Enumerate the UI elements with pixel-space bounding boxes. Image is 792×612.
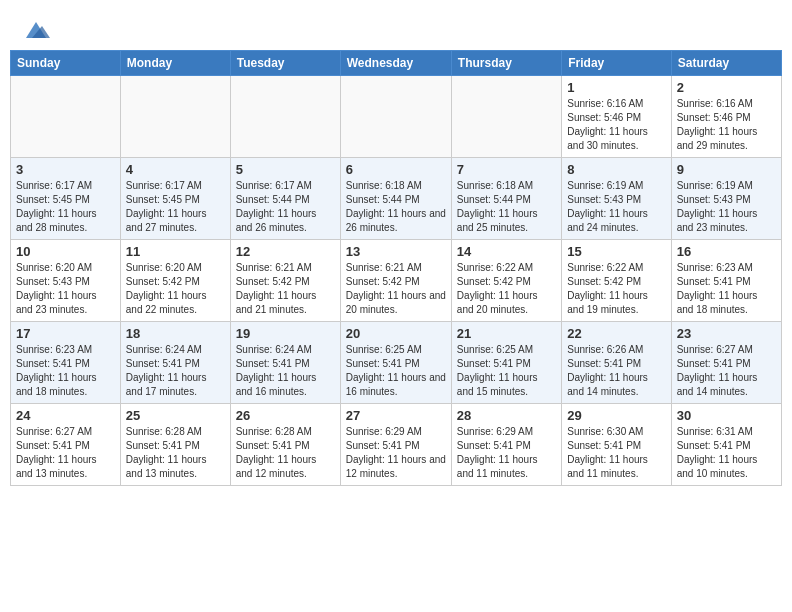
calendar-day-cell: 19Sunrise: 6:24 AMSunset: 5:41 PMDayligh… [230,322,340,404]
calendar: SundayMondayTuesdayWednesdayThursdayFrid… [10,50,782,486]
calendar-header-saturday: Saturday [671,51,781,76]
calendar-week-row: 24Sunrise: 6:27 AMSunset: 5:41 PMDayligh… [11,404,782,486]
calendar-day-cell [120,76,230,158]
day-number: 21 [457,326,556,341]
calendar-day-cell: 1Sunrise: 6:16 AMSunset: 5:46 PMDaylight… [562,76,671,158]
day-info: Sunrise: 6:16 AMSunset: 5:46 PMDaylight:… [567,97,665,153]
day-info: Sunrise: 6:24 AMSunset: 5:41 PMDaylight:… [236,343,335,399]
calendar-week-row: 1Sunrise: 6:16 AMSunset: 5:46 PMDaylight… [11,76,782,158]
day-number: 16 [677,244,776,259]
day-info: Sunrise: 6:26 AMSunset: 5:41 PMDaylight:… [567,343,665,399]
calendar-day-cell [11,76,121,158]
day-number: 26 [236,408,335,423]
day-info: Sunrise: 6:25 AMSunset: 5:41 PMDaylight:… [457,343,556,399]
calendar-day-cell: 8Sunrise: 6:19 AMSunset: 5:43 PMDaylight… [562,158,671,240]
calendar-day-cell: 9Sunrise: 6:19 AMSunset: 5:43 PMDaylight… [671,158,781,240]
calendar-day-cell: 11Sunrise: 6:20 AMSunset: 5:42 PMDayligh… [120,240,230,322]
calendar-day-cell: 6Sunrise: 6:18 AMSunset: 5:44 PMDaylight… [340,158,451,240]
day-number: 12 [236,244,335,259]
calendar-day-cell [340,76,451,158]
calendar-day-cell: 29Sunrise: 6:30 AMSunset: 5:41 PMDayligh… [562,404,671,486]
day-info: Sunrise: 6:25 AMSunset: 5:41 PMDaylight:… [346,343,446,399]
calendar-day-cell: 7Sunrise: 6:18 AMSunset: 5:44 PMDaylight… [451,158,561,240]
calendar-day-cell: 25Sunrise: 6:28 AMSunset: 5:41 PMDayligh… [120,404,230,486]
day-info: Sunrise: 6:20 AMSunset: 5:43 PMDaylight:… [16,261,115,317]
day-info: Sunrise: 6:16 AMSunset: 5:46 PMDaylight:… [677,97,776,153]
calendar-day-cell: 18Sunrise: 6:24 AMSunset: 5:41 PMDayligh… [120,322,230,404]
calendar-day-cell: 22Sunrise: 6:26 AMSunset: 5:41 PMDayligh… [562,322,671,404]
calendar-day-cell: 20Sunrise: 6:25 AMSunset: 5:41 PMDayligh… [340,322,451,404]
calendar-day-cell: 26Sunrise: 6:28 AMSunset: 5:41 PMDayligh… [230,404,340,486]
calendar-header-row: SundayMondayTuesdayWednesdayThursdayFrid… [11,51,782,76]
logo [20,16,50,44]
day-number: 27 [346,408,446,423]
day-number: 7 [457,162,556,177]
calendar-header-monday: Monday [120,51,230,76]
day-number: 14 [457,244,556,259]
day-number: 1 [567,80,665,95]
calendar-day-cell: 5Sunrise: 6:17 AMSunset: 5:44 PMDaylight… [230,158,340,240]
day-info: Sunrise: 6:17 AMSunset: 5:45 PMDaylight:… [16,179,115,235]
day-info: Sunrise: 6:19 AMSunset: 5:43 PMDaylight:… [567,179,665,235]
calendar-day-cell: 30Sunrise: 6:31 AMSunset: 5:41 PMDayligh… [671,404,781,486]
day-info: Sunrise: 6:21 AMSunset: 5:42 PMDaylight:… [236,261,335,317]
day-info: Sunrise: 6:22 AMSunset: 5:42 PMDaylight:… [457,261,556,317]
day-info: Sunrise: 6:28 AMSunset: 5:41 PMDaylight:… [126,425,225,481]
day-number: 8 [567,162,665,177]
calendar-header-thursday: Thursday [451,51,561,76]
day-number: 13 [346,244,446,259]
day-number: 2 [677,80,776,95]
day-number: 3 [16,162,115,177]
calendar-day-cell: 21Sunrise: 6:25 AMSunset: 5:41 PMDayligh… [451,322,561,404]
day-number: 10 [16,244,115,259]
calendar-week-row: 17Sunrise: 6:23 AMSunset: 5:41 PMDayligh… [11,322,782,404]
calendar-day-cell: 13Sunrise: 6:21 AMSunset: 5:42 PMDayligh… [340,240,451,322]
day-number: 6 [346,162,446,177]
day-number: 24 [16,408,115,423]
calendar-day-cell [451,76,561,158]
calendar-week-row: 10Sunrise: 6:20 AMSunset: 5:43 PMDayligh… [11,240,782,322]
day-number: 29 [567,408,665,423]
day-info: Sunrise: 6:23 AMSunset: 5:41 PMDaylight:… [16,343,115,399]
day-info: Sunrise: 6:19 AMSunset: 5:43 PMDaylight:… [677,179,776,235]
calendar-day-cell: 17Sunrise: 6:23 AMSunset: 5:41 PMDayligh… [11,322,121,404]
day-info: Sunrise: 6:29 AMSunset: 5:41 PMDaylight:… [457,425,556,481]
day-info: Sunrise: 6:23 AMSunset: 5:41 PMDaylight:… [677,261,776,317]
calendar-day-cell: 15Sunrise: 6:22 AMSunset: 5:42 PMDayligh… [562,240,671,322]
calendar-day-cell: 24Sunrise: 6:27 AMSunset: 5:41 PMDayligh… [11,404,121,486]
calendar-day-cell: 16Sunrise: 6:23 AMSunset: 5:41 PMDayligh… [671,240,781,322]
day-info: Sunrise: 6:21 AMSunset: 5:42 PMDaylight:… [346,261,446,317]
day-info: Sunrise: 6:24 AMSunset: 5:41 PMDaylight:… [126,343,225,399]
calendar-day-cell: 23Sunrise: 6:27 AMSunset: 5:41 PMDayligh… [671,322,781,404]
day-number: 15 [567,244,665,259]
calendar-week-row: 3Sunrise: 6:17 AMSunset: 5:45 PMDaylight… [11,158,782,240]
day-info: Sunrise: 6:17 AMSunset: 5:45 PMDaylight:… [126,179,225,235]
calendar-header-friday: Friday [562,51,671,76]
day-number: 30 [677,408,776,423]
calendar-header-sunday: Sunday [11,51,121,76]
calendar-day-cell: 3Sunrise: 6:17 AMSunset: 5:45 PMDaylight… [11,158,121,240]
day-number: 18 [126,326,225,341]
day-info: Sunrise: 6:18 AMSunset: 5:44 PMDaylight:… [346,179,446,235]
calendar-day-cell: 2Sunrise: 6:16 AMSunset: 5:46 PMDaylight… [671,76,781,158]
day-number: 20 [346,326,446,341]
day-info: Sunrise: 6:27 AMSunset: 5:41 PMDaylight:… [677,343,776,399]
day-info: Sunrise: 6:20 AMSunset: 5:42 PMDaylight:… [126,261,225,317]
calendar-day-cell: 12Sunrise: 6:21 AMSunset: 5:42 PMDayligh… [230,240,340,322]
calendar-day-cell: 27Sunrise: 6:29 AMSunset: 5:41 PMDayligh… [340,404,451,486]
logo-icon [22,16,50,44]
calendar-day-cell: 10Sunrise: 6:20 AMSunset: 5:43 PMDayligh… [11,240,121,322]
day-info: Sunrise: 6:29 AMSunset: 5:41 PMDaylight:… [346,425,446,481]
day-info: Sunrise: 6:30 AMSunset: 5:41 PMDaylight:… [567,425,665,481]
day-number: 9 [677,162,776,177]
calendar-header-wednesday: Wednesday [340,51,451,76]
day-number: 23 [677,326,776,341]
calendar-day-cell: 28Sunrise: 6:29 AMSunset: 5:41 PMDayligh… [451,404,561,486]
day-number: 17 [16,326,115,341]
calendar-day-cell: 14Sunrise: 6:22 AMSunset: 5:42 PMDayligh… [451,240,561,322]
day-number: 19 [236,326,335,341]
day-info: Sunrise: 6:28 AMSunset: 5:41 PMDaylight:… [236,425,335,481]
day-info: Sunrise: 6:18 AMSunset: 5:44 PMDaylight:… [457,179,556,235]
day-info: Sunrise: 6:31 AMSunset: 5:41 PMDaylight:… [677,425,776,481]
day-info: Sunrise: 6:17 AMSunset: 5:44 PMDaylight:… [236,179,335,235]
